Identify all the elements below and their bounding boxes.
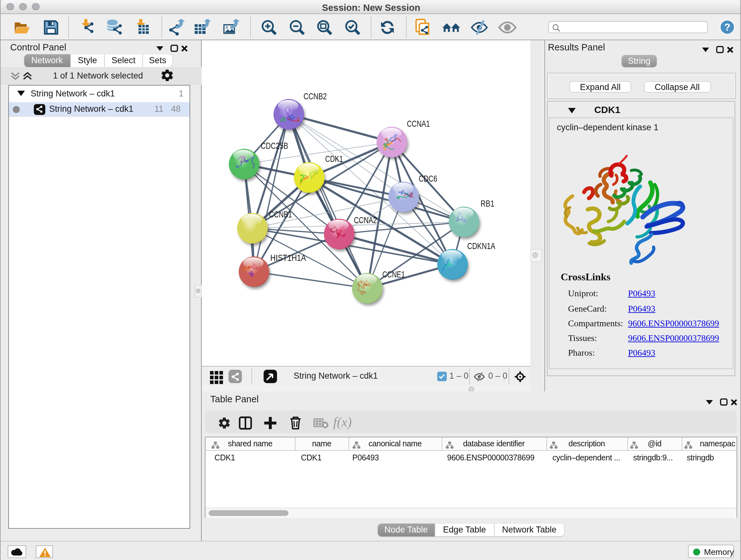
svg-text:CDC6: CDC6: [419, 174, 437, 184]
svg-text:CDC25B: CDC25B: [261, 141, 288, 151]
svg-text:CCNE1: CCNE1: [382, 269, 405, 279]
svg-text:RB1: RB1: [481, 199, 494, 208]
svg-text:HIST1H1A: HIST1H1A: [270, 253, 306, 263]
svg-text:CCNB2: CCNB2: [304, 91, 327, 101]
svg-text:CDK1: CDK1: [325, 154, 343, 164]
svg-text:CCNA1: CCNA1: [407, 119, 430, 129]
svg-text:CDKN1A: CDKN1A: [467, 241, 495, 251]
svg-text:CCNB1: CCNB1: [269, 209, 292, 219]
svg-text:CCNA2: CCNA2: [354, 215, 377, 225]
svg-text:?: ?: [724, 21, 731, 33]
